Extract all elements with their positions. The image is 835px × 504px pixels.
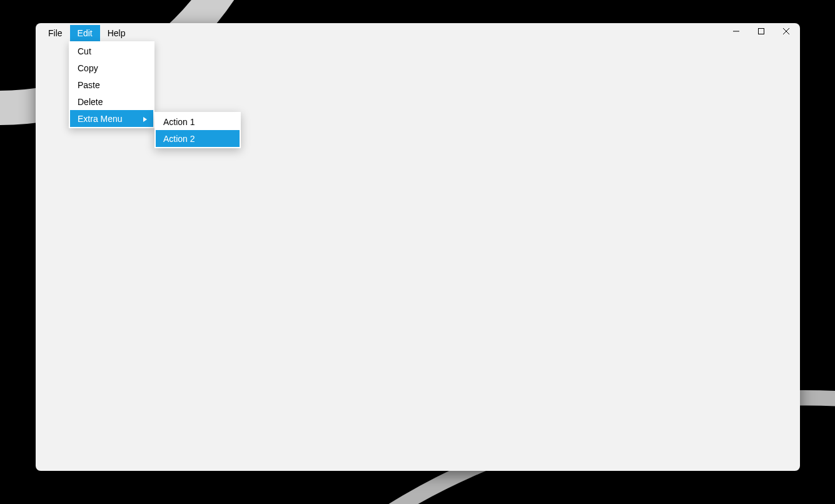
menu-item-label: Extra Menu [78,114,123,124]
menubar-item-help[interactable]: Help [100,25,133,41]
menu-item-delete[interactable]: Delete [70,93,153,110]
menubar-label: Edit [78,28,93,38]
menubar-label: Help [108,28,126,38]
menu-item-label: Delete [78,97,103,107]
menu-item-paste[interactable]: Paste [70,76,153,93]
menu-item-label: Copy [78,63,98,73]
menu-item-label: Action 2 [163,134,195,144]
menubar-item-file[interactable]: File [41,25,70,41]
svg-marker-4 [143,117,147,122]
menubar: File Edit Help [41,25,133,41]
menu-item-action-2[interactable]: Action 2 [156,130,240,147]
menu-item-action-1[interactable]: Action 1 [156,113,240,130]
extra-menu-submenu: Action 1 Action 2 [154,112,241,148]
submenu-arrow-icon [143,114,147,124]
menu-item-label: Cut [78,46,91,56]
menubar-item-edit[interactable]: Edit [70,25,100,41]
menu-item-extra-menu[interactable]: Extra Menu [70,110,153,127]
menu-item-copy[interactable]: Copy [70,59,153,76]
menubar-label: File [48,28,63,38]
menu-item-label: Paste [78,80,100,90]
edit-menu-dropdown: Cut Copy Paste Delete Extra Menu [69,41,154,128]
application-window: File Edit Help Cut Copy Paste Delete Ext… [36,23,800,471]
menu-item-cut[interactable]: Cut [70,43,153,59]
menu-item-label: Action 1 [163,117,195,127]
